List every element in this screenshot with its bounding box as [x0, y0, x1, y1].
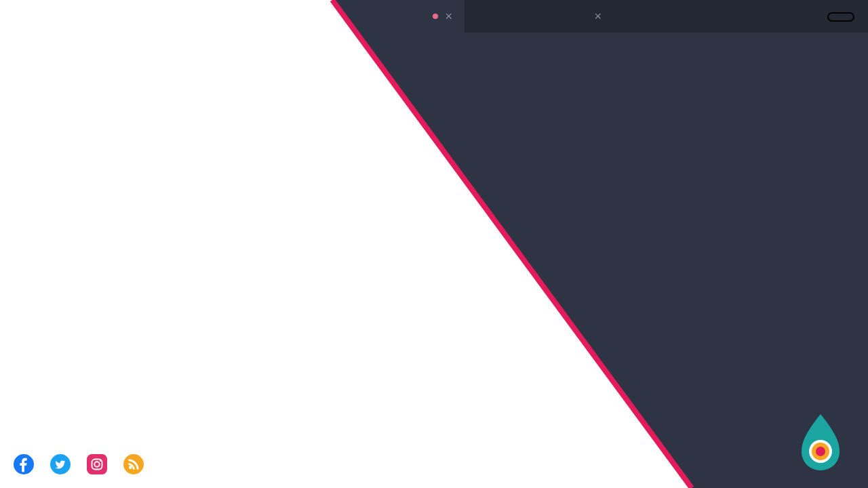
social-bar	[14, 454, 148, 474]
code-area[interactable]	[315, 33, 868, 53]
svg-rect-4	[87, 454, 107, 474]
editor-tabs: × ×	[315, 0, 868, 33]
svg-point-9	[129, 466, 132, 469]
svg-point-7	[100, 460, 101, 462]
code-editor-panel: × ×	[315, 0, 868, 488]
social-instagram[interactable]	[87, 454, 111, 474]
tab-index-html[interactable]: ×	[465, 0, 614, 33]
modified-dot-icon	[433, 14, 438, 19]
social-rss[interactable]	[123, 454, 148, 474]
instagram-icon	[87, 454, 107, 474]
close-icon[interactable]: ×	[594, 9, 601, 24]
twitter-icon	[50, 454, 71, 474]
rss-icon	[123, 454, 144, 474]
tab-style-scss[interactable]: ×	[315, 0, 465, 33]
social-twitter[interactable]	[50, 454, 75, 474]
svg-point-12	[816, 447, 825, 456]
brand-logo-icon	[793, 411, 848, 472]
category-badge[interactable]	[827, 12, 854, 22]
svg-point-8	[123, 454, 144, 474]
close-icon[interactable]: ×	[445, 9, 452, 24]
brand-block[interactable]	[793, 411, 848, 474]
facebook-icon	[14, 454, 34, 474]
social-facebook[interactable]	[14, 454, 38, 474]
